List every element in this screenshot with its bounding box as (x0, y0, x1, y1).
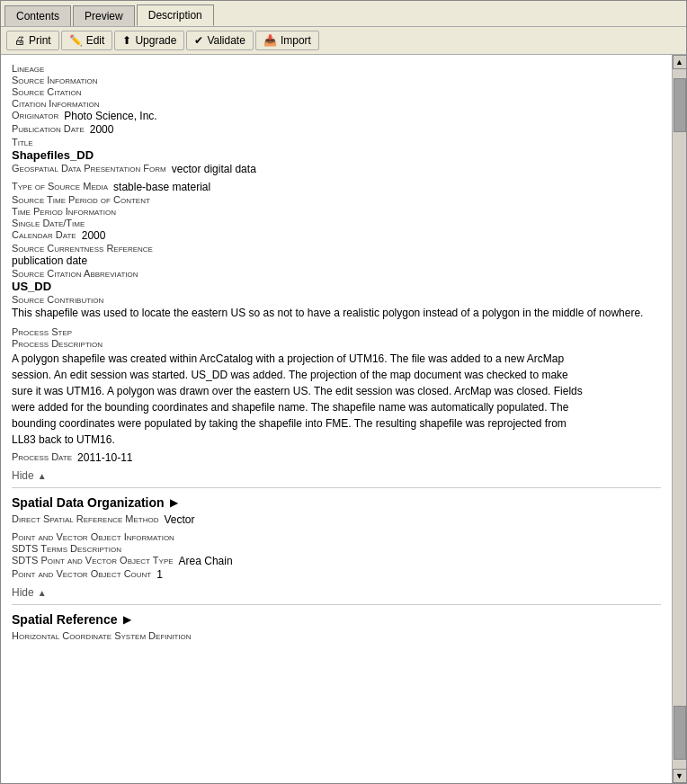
sdts-terms-label: SDTS Terms Description (12, 543, 661, 554)
upgrade-button[interactable]: ⬆ Upgrade (114, 31, 184, 50)
scroll-thumb[interactable] (674, 78, 686, 132)
single-datetime-label: Single Date/Time (12, 218, 661, 228)
hide-label-2: Hide (12, 586, 34, 599)
spatial-reference-header[interactable]: Spatial Reference ▶ (12, 612, 661, 627)
tab-contents[interactable]: Contents (4, 5, 71, 26)
print-button[interactable]: 🖨 Print (6, 31, 59, 50)
scroll-track (673, 69, 687, 769)
publication-date-row: Publication Date 2000 (12, 123, 661, 136)
tab-description[interactable]: Description (137, 4, 214, 26)
source-contribution-value: This shapefile was used to locate the ea… (12, 307, 661, 319)
process-step-label: Process Step (12, 326, 661, 337)
type-source-media-row: Type of Source Media stable-base materia… (12, 181, 661, 193)
spatial-reference-title: Spatial Reference (12, 612, 118, 627)
spatial-data-org-header[interactable]: Spatial Data Organization ▶ (12, 495, 661, 510)
process-description-value: A polygon shapefile was created within A… (12, 351, 587, 448)
scrollbar[interactable]: ▲ ▼ (672, 55, 686, 783)
hide-arrow-2-icon: ▲ (38, 588, 47, 598)
validate-icon: ✔ (194, 34, 203, 47)
scroll-thumb-bottom[interactable] (674, 706, 686, 760)
tab-bar: Contents Preview Description (1, 1, 686, 27)
geospatial-row: Geospatial Data Presentation Form vector… (12, 163, 661, 175)
spatial-reference-arrow-icon: ▶ (123, 613, 131, 626)
source-citation-abbrev-value: US_DD (12, 280, 661, 293)
scroll-content[interactable]: Lineage Source Information Source Citati… (1, 55, 672, 783)
horizontal-coord-label: Horizontal Coordinate System Definition (12, 630, 661, 641)
source-citation-abbrev-label: Source Citation Abbreviation (12, 268, 661, 279)
sdts-point-row: SDTS Point and Vector Object Type Area C… (12, 555, 661, 567)
content-area: Lineage Source Information Source Citati… (1, 55, 686, 783)
process-description-label: Process Description (12, 338, 661, 349)
tab-preview[interactable]: Preview (73, 5, 135, 26)
hide-row-2[interactable]: Hide ▲ (12, 586, 661, 599)
source-citation-label: Source Citation (12, 86, 661, 97)
spatial-data-org-arrow-icon: ▶ (170, 496, 178, 509)
source-currentness-value: publication date (12, 254, 661, 267)
lineage-label: Lineage (12, 63, 661, 74)
spatial-data-org-title: Spatial Data Organization (12, 495, 165, 510)
citation-information-label: Citation Information (12, 98, 661, 109)
title-label-row: Title (12, 137, 661, 147)
process-date-row: Process Date 2011-10-11 (12, 451, 661, 464)
scroll-down-button[interactable]: ▼ (673, 769, 687, 783)
source-information-label: Source Information (12, 75, 661, 85)
print-icon: 🖨 (14, 34, 25, 47)
hide-arrow-icon: ▲ (38, 471, 47, 481)
calendar-date-row: Calendar Date 2000 (12, 229, 661, 242)
originator-row: Originator Photo Science, Inc. (12, 110, 661, 122)
hide-label: Hide (12, 469, 34, 482)
validate-button[interactable]: ✔ Validate (186, 31, 253, 50)
hide-row[interactable]: Hide ▲ (12, 469, 661, 482)
import-icon: 📥 (263, 34, 277, 47)
upgrade-icon: ⬆ (122, 34, 131, 47)
import-button[interactable]: 📥 Import (255, 31, 319, 50)
point-count-row: Point and Vector Object Count 1 (12, 568, 661, 581)
edit-button[interactable]: ✏️ Edit (61, 31, 113, 50)
scroll-up-button[interactable]: ▲ (673, 55, 687, 69)
source-currentness-label: Source Currentness Reference (12, 243, 661, 254)
direct-spatial-row: Direct Spatial Reference Method Vector (12, 513, 661, 526)
title-value-row: Shapefiles_DD (12, 148, 661, 162)
time-period-information-label: Time Period Information (12, 206, 661, 217)
point-vector-label: Point and Vector Object Information (12, 531, 661, 542)
edit-icon: ✏️ (69, 34, 83, 47)
source-time-period-label: Source Time Period of Content (12, 194, 661, 205)
source-contribution-label: Source Contribution (12, 294, 661, 305)
toolbar: 🖨 Print ✏️ Edit ⬆ Upgrade ✔ Validate 📥 I… (1, 27, 686, 55)
